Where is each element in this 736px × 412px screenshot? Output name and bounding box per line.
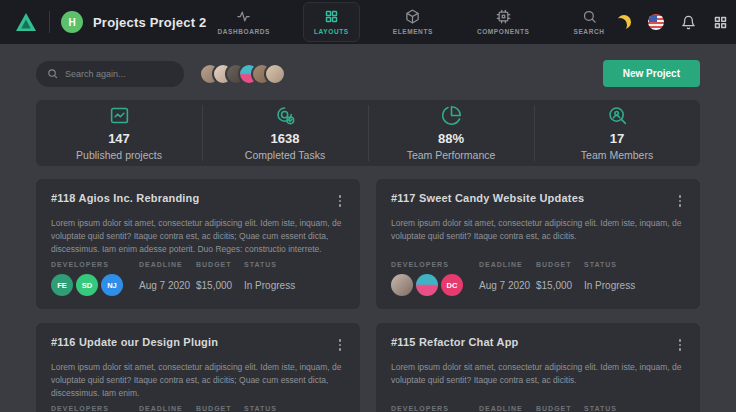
stat-value: 17 — [610, 131, 624, 146]
deadline-value: Aug 7 2020 — [479, 274, 536, 296]
apps-menu-button[interactable] — [712, 14, 729, 31]
line-chart-icon — [109, 105, 130, 126]
nav-item-search[interactable]: SEARCH — [563, 2, 616, 42]
team-member-avatar[interactable] — [264, 63, 286, 85]
project-card-description: Lorem ipsum dolor sit amet, consectetur … — [51, 361, 345, 400]
kebab-menu-icon[interactable] — [335, 192, 346, 210]
team-avatar-group — [199, 63, 286, 85]
developer-avatar: SD — [76, 274, 98, 296]
developers-label: DEVELOPERS — [51, 405, 139, 412]
nav-item-label: ELEMENTS — [393, 28, 433, 35]
app-logo-icon[interactable] — [14, 10, 38, 34]
nav-item-elements[interactable]: ELEMENTS — [382, 2, 444, 42]
deadline-label: DEADLINE — [139, 261, 196, 268]
main-nav: DASHBOARDS LAYOUTS ELEMENTS COMPONENTS S… — [206, 2, 615, 42]
project-card-footer: DEVELOPERS DEADLINE BUDGET STATUS — [391, 405, 685, 412]
project-card-description: Lorem ipsum dolor sit amet, consectetur … — [51, 217, 345, 256]
pie-chart-icon — [441, 105, 462, 126]
developer-avatar: NJ — [101, 274, 123, 296]
search-input[interactable] — [65, 69, 173, 79]
project-card-title: #117 Sweet Candy Website Updates — [391, 192, 584, 204]
workspace-avatar: H — [61, 11, 83, 33]
stat-label: Team Performance — [407, 149, 496, 161]
us-flag-icon — [648, 14, 664, 30]
status-value: In Progress — [584, 274, 685, 296]
dark-mode-toggle[interactable] — [616, 14, 633, 31]
language-selector[interactable] — [648, 14, 665, 31]
deadline-label: DEADLINE — [479, 261, 536, 268]
project-card-footer: DEVELOPERS DC DEADLINE Aug 7 2020 BUDGET… — [391, 261, 685, 296]
project-card-footer: DEVELOPERS DEADLINE BUDGET STATUS — [51, 405, 345, 412]
stat-completed-tasks: 1638 Completed Tasks — [202, 100, 368, 166]
nav-item-components[interactable]: COMPONENTS — [466, 2, 541, 42]
project-card-title: #118 Agios Inc. Rebranding — [51, 192, 199, 204]
developer-avatar — [416, 274, 438, 296]
cpu-icon — [496, 9, 511, 24]
stat-team-performance: 88% Team Performance — [368, 100, 534, 166]
status-label: STATUS — [244, 405, 345, 412]
status-label: STATUS — [584, 261, 685, 268]
budget-label: BUDGET — [536, 261, 584, 268]
developer-avatar: DC — [441, 274, 463, 296]
search-box — [36, 61, 184, 87]
stat-value: 1638 — [271, 131, 300, 146]
budget-label: BUDGET — [196, 261, 244, 268]
main-content: New Project 147 Published projects 1638 … — [0, 44, 736, 412]
brand: H Projects Project 2 — [14, 10, 206, 34]
target-check-icon — [275, 105, 296, 126]
stat-label: Published projects — [76, 149, 162, 161]
moon-icon — [617, 15, 631, 29]
developers-label: DEVELOPERS — [391, 261, 479, 268]
status-label: STATUS — [584, 405, 685, 412]
kebab-menu-icon[interactable] — [335, 336, 346, 354]
toolbar: New Project — [36, 60, 700, 87]
budget-label: BUDGET — [196, 405, 244, 412]
nav-item-label: DASHBOARDS — [217, 28, 270, 35]
activity-icon — [236, 9, 251, 24]
project-card: #116 Update our Design Plugin Lorem ipsu… — [36, 323, 360, 412]
project-card-title: #116 Update our Design Plugin — [51, 336, 218, 348]
nav-item-dashboards[interactable]: DASHBOARDS — [206, 2, 281, 42]
kebab-menu-icon[interactable] — [675, 336, 686, 354]
status-label: STATUS — [244, 261, 345, 268]
search-icon — [47, 68, 58, 79]
divider — [49, 11, 50, 33]
stat-label: Team Members — [581, 149, 653, 161]
deadline-value: Aug 7 2020 — [139, 274, 196, 296]
stat-published-projects: 147 Published projects — [36, 100, 202, 166]
stat-value: 88% — [438, 131, 464, 146]
nav-item-layouts[interactable]: LAYOUTS — [303, 2, 360, 42]
user-search-icon — [607, 105, 628, 126]
deadline-label: DEADLINE — [139, 405, 196, 412]
apps-grid-icon — [713, 15, 728, 30]
developers-label: DEVELOPERS — [391, 405, 479, 412]
project-card-description: Lorem ipsum dolor sit amet, consectetur … — [391, 361, 685, 387]
project-card-description: Lorem ipsum dolor sit amet, consectetur … — [391, 217, 685, 243]
nav-item-label: COMPONENTS — [477, 28, 530, 35]
status-value: In Progress — [244, 274, 345, 296]
project-card: #117 Sweet Candy Website Updates Lorem i… — [376, 179, 700, 309]
kebab-menu-icon[interactable] — [675, 192, 686, 210]
project-card-footer: DEVELOPERS FE SD NJ DEADLINE Aug 7 2020 … — [51, 261, 345, 296]
budget-value: $15,000 — [536, 274, 584, 296]
bell-icon — [681, 15, 696, 30]
box-icon — [405, 9, 420, 24]
project-card-title: #115 Refactor Chat App — [391, 336, 518, 348]
project-card: #118 Agios Inc. Rebranding Lorem ipsum d… — [36, 179, 360, 309]
search-icon — [582, 9, 597, 24]
stat-label: Completed Tasks — [245, 149, 325, 161]
notifications-button[interactable] — [680, 14, 697, 31]
budget-value: $15,000 — [196, 274, 244, 296]
page-title: Projects Project 2 — [93, 15, 206, 30]
deadline-label: DEADLINE — [479, 405, 536, 412]
navbar-actions — [616, 8, 736, 36]
stat-value: 147 — [108, 131, 130, 146]
nav-item-label: SEARCH — [574, 28, 605, 35]
developers-label: DEVELOPERS — [51, 261, 139, 268]
new-project-button[interactable]: New Project — [603, 60, 700, 87]
nav-item-label: LAYOUTS — [314, 28, 349, 35]
developer-avatar: FE — [51, 274, 73, 296]
stat-team-members: 17 Team Members — [534, 100, 700, 166]
projects-grid: #118 Agios Inc. Rebranding Lorem ipsum d… — [36, 179, 700, 412]
budget-label: BUDGET — [536, 405, 584, 412]
